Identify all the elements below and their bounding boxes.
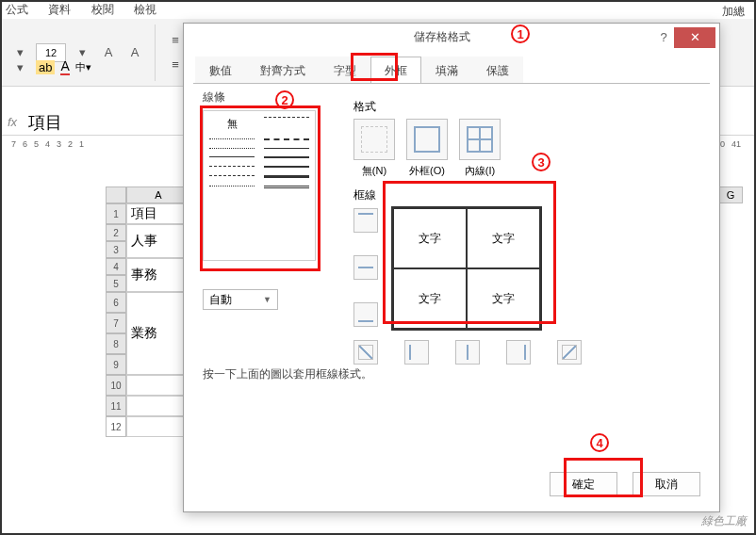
select-all-triangle[interactable] [106,186,126,203]
preset-none-label: 無(N) [353,164,395,178]
dialog-tabs: 數值 對齊方式 字型 外框 填滿 保護 [184,50,719,83]
line-section-label: 線條 [203,89,225,105]
preview-cell: 文字 [467,268,540,329]
border-section-label: 框線 [353,187,376,203]
presets-group: 格式 無(N) 外框(O) 內線(I) [353,99,501,178]
border-diag-up-button[interactable] [557,340,582,365]
line-style-option[interactable] [264,138,309,140]
tab-border[interactable]: 外框 [370,57,421,84]
border-left-button[interactable] [404,340,429,365]
cell[interactable]: 人事 [126,224,190,258]
ribbon-tab-row: 公式 資料 校閱 檢視 [2,2,754,19]
cancel-button[interactable]: 取消 [633,472,700,496]
column-header[interactable]: G [718,186,743,203]
line-style-option[interactable] [209,186,255,186]
increase-font-icon[interactable]: A [98,42,119,63]
phonetic-guide-icon[interactable]: 中▾ [75,60,91,74]
cell[interactable] [126,416,190,437]
cell[interactable] [126,375,190,396]
sheet-grid: A 1項目 23人事 45事務 6789業務 10 11 12 [106,186,190,437]
decrease-font-icon[interactable]: A [124,42,145,63]
fill-color-icon[interactable]: ab [36,60,55,74]
preset-outline-label: 外框(O) [406,164,448,178]
row-header[interactable]: 4 [106,258,126,275]
font-color-icon[interactable]: A [60,58,69,75]
line-style-option[interactable] [264,117,309,118]
border-diag-down-button[interactable] [353,340,378,365]
line-style-none[interactable]: 無 [209,117,255,131]
cell[interactable]: 事務 [126,258,190,292]
dialog-title: 儲存格格式 [184,29,653,45]
row-header[interactable]: 7 [106,313,126,333]
border-right-button[interactable] [506,340,531,365]
row-header[interactable]: 11 [106,396,126,416]
line-style-option[interactable] [209,138,255,139]
tab-alignment[interactable]: 對齊方式 [246,57,320,84]
close-icon[interactable]: ✕ [674,27,715,48]
fx-icon[interactable]: fx [2,115,23,129]
row-header[interactable]: 12 [106,416,126,437]
preview-cell: 文字 [467,208,540,268]
format-section-label: 格式 [353,99,501,115]
line-style-option[interactable] [264,156,309,158]
tab-number[interactable]: 數值 [195,57,246,84]
border-middle-v-button[interactable] [455,340,480,365]
column-header[interactable]: A [126,186,190,203]
line-style-option[interactable] [209,156,255,157]
row-header[interactable]: 1 [106,203,126,224]
line-style-option[interactable] [264,148,309,149]
chevron-down-icon: ▼ [263,295,271,304]
line-style-option[interactable] [209,175,255,176]
preset-inside-label: 內線(I) [459,164,501,178]
help-icon[interactable]: ? [653,30,674,44]
ribbon-tab[interactable]: 檢視 [134,3,156,16]
preset-inside[interactable] [459,119,501,160]
row-header[interactable]: 2 [106,224,126,241]
line-style-option[interactable] [264,186,309,188]
tab-fill[interactable]: 填滿 [421,57,472,84]
tab-protection[interactable]: 保護 [472,57,523,84]
cell[interactable] [126,396,190,416]
border-top-button[interactable] [353,208,378,233]
row-header[interactable]: 6 [106,292,126,313]
row-header[interactable]: 5 [106,275,126,292]
ribbon-tab[interactable]: 公式 [6,3,28,16]
ok-button[interactable]: 確定 [550,472,617,496]
row-header[interactable]: 3 [106,241,126,258]
tab-font[interactable]: 字型 [320,57,370,84]
ribbon-tab[interactable]: 校閱 [91,3,114,16]
line-style-list[interactable]: 無 [203,110,316,261]
line-style-option[interactable] [264,175,309,178]
border-middle-h-button[interactable] [353,255,378,280]
row-header[interactable]: 10 [106,375,126,396]
line-style-option[interactable] [209,148,255,149]
border-icon[interactable]: ▾ [9,57,30,77]
cell[interactable]: 業務 [126,292,190,375]
border-area: 框線 文字 文字 文字 文字 [353,187,376,209]
preview-cell: 文字 [393,208,467,268]
preset-outline[interactable] [406,119,448,160]
preview-cell: 文字 [393,268,467,329]
sum-label: 加總 [722,4,745,20]
format-cells-dialog: 儲存格格式 ? ✕ 數值 對齊方式 字型 外框 填滿 保護 線條 無 [183,23,720,512]
border-pane: 線條 無 自動▼ 格式 [193,83,710,478]
cell[interactable]: 項目 [126,203,190,224]
border-preview[interactable]: 文字 文字 文字 文字 [391,206,542,331]
border-bottom-button[interactable] [353,302,378,327]
ribbon-tab[interactable]: 資料 [48,3,71,16]
line-style-option[interactable] [209,166,255,167]
line-style-option[interactable] [264,166,309,168]
watermark: 綠色工廠 [701,513,747,529]
row-header[interactable]: 9 [106,354,126,375]
color-dropdown[interactable]: 自動▼ [203,289,278,310]
hint-text: 按一下上面的圖以套用框線樣式。 [203,366,372,382]
ruler-left: 7654321 [11,139,84,149]
row-header[interactable]: 8 [106,333,126,354]
formula-value[interactable]: 項目 [23,111,62,134]
preset-none[interactable] [353,119,395,160]
